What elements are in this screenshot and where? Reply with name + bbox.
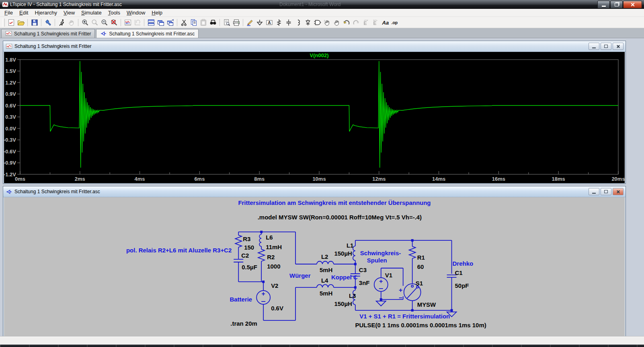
- new-schematic-button[interactable]: [6, 18, 16, 27]
- label-L2[interactable]: L2: [321, 253, 328, 260]
- label-R1[interactable]: R1: [417, 254, 425, 261]
- value-C1[interactable]: 50pF: [455, 282, 469, 289]
- component-L4[interactable]: [317, 285, 334, 287]
- waveform-trace[interactable]: [20, 61, 618, 168]
- label-R2[interactable]: R2: [267, 254, 275, 260]
- comment-drehko[interactable]: Drehko: [453, 260, 474, 267]
- waveform-close-button[interactable]: [613, 43, 623, 50]
- cascade-windows-button[interactable]: [156, 18, 166, 27]
- value-C2[interactable]: 0.5µF: [242, 264, 257, 271]
- value-L2[interactable]: 5mH: [320, 266, 332, 273]
- rotate-button[interactable]: [371, 18, 380, 27]
- menu-view[interactable]: View: [60, 9, 78, 17]
- draw-wire-button[interactable]: [245, 18, 255, 27]
- inductor-button[interactable]: [293, 18, 303, 27]
- waveform-minimize-button[interactable]: [589, 43, 599, 50]
- restore-button[interactable]: [610, 1, 623, 8]
- toolbar-grip[interactable]: [2, 19, 5, 27]
- component-V1[interactable]: [374, 278, 388, 291]
- menu-tools[interactable]: Tools: [105, 9, 123, 17]
- component-R2[interactable]: [258, 249, 265, 261]
- copy-button[interactable]: [189, 18, 199, 27]
- zoom-full-extents-button[interactable]: [109, 18, 119, 27]
- label-L6[interactable]: L6: [266, 234, 273, 241]
- title-bar[interactable]: LTspice IV - Schaltung 1 Schwingkreis mi…: [0, 0, 644, 9]
- value-L4[interactable]: 5mH: [320, 290, 332, 297]
- value-L1[interactable]: 150µH: [334, 250, 352, 257]
- cut-button[interactable]: [179, 18, 189, 27]
- comment-koppel-c[interactable]: Koppel C: [331, 274, 358, 281]
- component-R3[interactable]: [235, 235, 242, 247]
- comment-relais[interactable]: pol. Relais R2+L6 mit Aluzelle R3+C2: [126, 247, 232, 254]
- autorange-y-axis-button[interactable]: [123, 18, 133, 27]
- label-L1[interactable]: L1: [347, 242, 353, 249]
- label-V2[interactable]: V2: [271, 282, 278, 289]
- label-C1[interactable]: C1: [455, 269, 463, 276]
- comment-wuerger[interactable]: Würger: [289, 272, 311, 279]
- zoom-in-button[interactable]: [80, 18, 90, 27]
- label-L4[interactable]: L4: [321, 277, 328, 284]
- comment-fritter[interactable]: V1 + S1 + R1 = Frittersimulation: [359, 313, 450, 320]
- open-button[interactable]: [16, 18, 26, 27]
- diode-button[interactable]: [303, 18, 313, 27]
- drag-button[interactable]: [332, 18, 342, 27]
- comment-batterie[interactable]: Batterie: [230, 296, 252, 303]
- value-V2[interactable]: 0.6V: [271, 305, 283, 312]
- component-L2[interactable]: [317, 261, 334, 264]
- taskbar-edge[interactable]: [0, 345, 644, 347]
- find-button[interactable]: [208, 18, 218, 27]
- schematic-title-comment[interactable]: Frittersimulation am Schwingkreis mit en…: [238, 199, 431, 206]
- mirror-button[interactable]: [361, 18, 371, 27]
- component-L6[interactable]: [259, 234, 261, 246]
- print-button[interactable]: [232, 18, 241, 27]
- zoom-out-button[interactable]: [100, 18, 109, 27]
- schematic-restore-button[interactable]: [601, 188, 611, 195]
- menu-help[interactable]: Help: [148, 9, 166, 17]
- waveform-plot[interactable]: 1.8V1.5V1.2V0.9V0.6V0.3V0.0V-0.3V-0.6V-0…: [4, 52, 625, 183]
- label-L3[interactable]: L3: [349, 292, 356, 299]
- schematic-minimize-button[interactable]: [589, 188, 599, 195]
- component-C2[interactable]: [234, 259, 243, 262]
- resistor-button[interactable]: [274, 18, 284, 27]
- label-R3[interactable]: R3: [243, 235, 250, 242]
- undo-button[interactable]: [342, 18, 351, 27]
- label-C3[interactable]: C3: [359, 266, 367, 273]
- label-V1[interactable]: V1: [385, 272, 392, 279]
- menu-file[interactable]: File: [1, 9, 16, 17]
- model-directive[interactable]: .model MYSW SW(Ron=0.00001 Roff=10Meg Vt…: [258, 214, 422, 221]
- value-R1[interactable]: 60: [417, 263, 424, 270]
- text-button[interactable]: [380, 18, 390, 27]
- waveform-window-titlebar[interactable]: Schaltung 1 Schwingkreis mit Fritter: [3, 41, 626, 52]
- component-R1[interactable]: [409, 246, 416, 258]
- move-button[interactable]: [322, 18, 332, 27]
- tab-waveform[interactable]: Schaltung 1 Schwingkreis mit Fritter: [1, 29, 95, 38]
- trace-label[interactable]: V(n002): [310, 52, 329, 58]
- waveform-restore-button[interactable]: [601, 43, 611, 50]
- pulse-directive[interactable]: PULSE(0 1 1ms 0.0001ms 0.0001ms 1ms 10m): [355, 322, 486, 328]
- comment-schwingkreis-1[interactable]: Schwingkreis-: [360, 250, 401, 256]
- arrange-windows-button[interactable]: [166, 18, 175, 27]
- value-R3[interactable]: 150: [244, 244, 254, 251]
- tran-directive[interactable]: .tran 20m: [230, 320, 257, 327]
- close-button[interactable]: [623, 1, 642, 8]
- value-C3[interactable]: 3nF: [359, 279, 370, 286]
- ground-symbol-v1[interactable]: [376, 301, 386, 306]
- tab-schematic[interactable]: Schaltung 1 Schwingkreis mit Fritter.asc: [96, 29, 199, 38]
- halt-button[interactable]: [67, 18, 76, 27]
- paste-button[interactable]: [199, 18, 208, 27]
- schematic-close-button[interactable]: [613, 188, 623, 195]
- schematic-canvas[interactable]: Frittersimulation am Schwingkreis mit en…: [4, 197, 625, 336]
- schematic-window-titlebar[interactable]: Schaltung 1 Schwingkreis mit Fritter.asc: [3, 186, 626, 197]
- run-button[interactable]: [57, 18, 67, 27]
- menu-hierarchy[interactable]: Hierarchy: [31, 9, 60, 17]
- component-button[interactable]: [313, 18, 322, 27]
- save-button[interactable]: [30, 18, 39, 27]
- minimize-button[interactable]: [597, 1, 610, 8]
- plot-settings-button[interactable]: [133, 18, 142, 27]
- capacitor-button[interactable]: [284, 18, 293, 27]
- value-S1[interactable]: MYSW: [417, 301, 436, 308]
- component-V2[interactable]: [256, 291, 270, 304]
- label-net-button[interactable]: [265, 18, 274, 27]
- label-C2[interactable]: C2: [241, 252, 249, 259]
- comment-schwingkreis-2[interactable]: Spulen: [367, 257, 387, 264]
